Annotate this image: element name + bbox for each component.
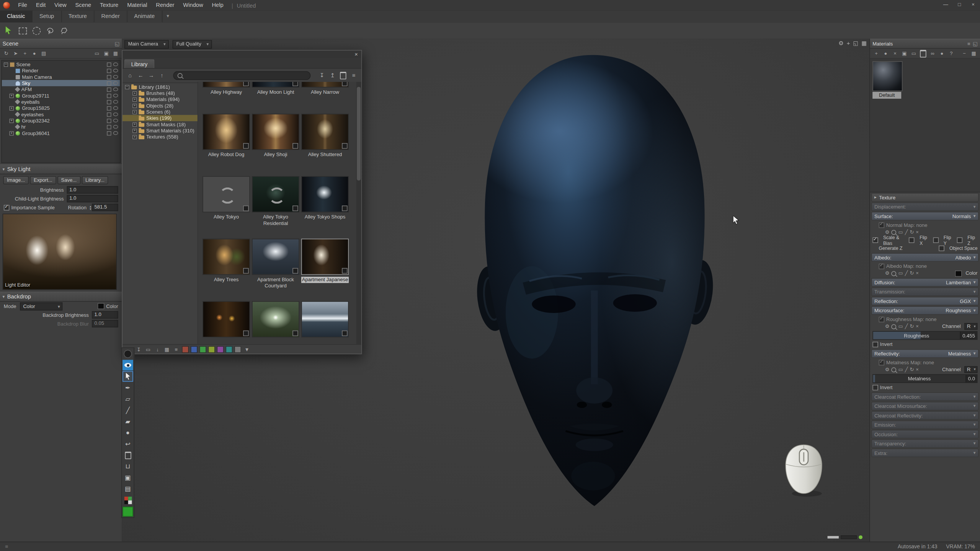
folder-expander[interactable]: + bbox=[132, 122, 137, 126]
export-button[interactable]: Export... bbox=[30, 176, 56, 184]
sky-thumb[interactable] bbox=[252, 301, 299, 345]
eye-icon[interactable] bbox=[113, 75, 118, 79]
reflection-section-header[interactable]: Reflection: GGX ▾ bbox=[871, 297, 979, 306]
roughness-slider[interactable]: Roughness 0.455 bbox=[872, 331, 977, 340]
tag-swatch-blue[interactable] bbox=[191, 346, 198, 353]
layout-grid-icon[interactable]: ▦ bbox=[862, 40, 867, 46]
lock-icon[interactable] bbox=[107, 75, 111, 79]
mode-dropdown[interactable]: Color bbox=[20, 302, 62, 310]
grid-icon[interactable]: ▦ bbox=[112, 50, 119, 57]
invert-checkbox[interactable] bbox=[872, 342, 878, 347]
menu-material[interactable]: Material bbox=[123, 0, 152, 11]
tab-animate[interactable]: Animate bbox=[127, 11, 162, 23]
material-item-default[interactable]: Default bbox=[872, 61, 901, 99]
backdrop-color-swatch[interactable] bbox=[97, 303, 104, 309]
invert-checkbox[interactable] bbox=[872, 385, 878, 391]
thumb-checkbox[interactable] bbox=[243, 205, 249, 211]
edit-icon[interactable]: ╱ bbox=[905, 324, 908, 329]
folder-expander[interactable]: + bbox=[132, 91, 137, 95]
reflectivity-section-header[interactable]: Reflectivity: Metalness ▾ bbox=[871, 349, 979, 358]
lock-icon[interactable] bbox=[107, 131, 111, 135]
lock-icon[interactable] bbox=[107, 112, 111, 117]
image-button[interactable]: Image... bbox=[3, 176, 29, 184]
thumb-checkbox[interactable] bbox=[342, 331, 348, 336]
albedo-map-checkbox[interactable] bbox=[879, 263, 885, 269]
folder-icon[interactable]: ▭ bbox=[910, 50, 918, 57]
gear-icon[interactable]: ⚙ bbox=[885, 271, 890, 276]
library-button[interactable]: Library... bbox=[82, 176, 108, 184]
tab-texture[interactable]: Texture bbox=[62, 11, 95, 23]
diffusion-section-header[interactable]: Diffusion: Lambertian ▾ bbox=[871, 278, 979, 287]
menu-scene[interactable]: Scene bbox=[71, 0, 96, 11]
clearcoat-reflection-header[interactable]: Clearcoat Reflection: ▾ bbox=[871, 392, 979, 401]
cube-icon[interactable]: ▣ bbox=[103, 50, 110, 57]
pin-layout-icon[interactable]: + bbox=[847, 40, 850, 46]
thumb-checkbox[interactable] bbox=[342, 268, 348, 274]
library-tab[interactable]: Library bbox=[124, 59, 154, 68]
undo-curve-tool-icon[interactable]: ↩ bbox=[122, 439, 133, 449]
metalness-value[interactable]: 0.0 bbox=[965, 375, 977, 383]
tag-tool-icon[interactable]: ▱ bbox=[122, 394, 133, 404]
menu-window[interactable]: Window bbox=[179, 0, 207, 11]
folder-expander[interactable]: + bbox=[132, 110, 137, 114]
edit-icon[interactable]: ╱ bbox=[905, 229, 908, 235]
forward-icon[interactable]: → bbox=[147, 71, 156, 80]
tree-item-hr[interactable]: hr bbox=[2, 124, 120, 130]
edit-icon[interactable]: ╱ bbox=[905, 367, 908, 372]
microsurface-section-header[interactable]: Microsurface: Roughness ▾ bbox=[871, 306, 979, 315]
thumb-size-icon[interactable]: ▦ bbox=[970, 50, 978, 57]
albedo-section-header[interactable]: Albedo: Albedo ▾ bbox=[871, 253, 979, 262]
camera-tool-icon[interactable]: ▣ bbox=[122, 472, 133, 483]
thumb-checkbox[interactable] bbox=[243, 143, 249, 149]
close-button[interactable]: × bbox=[966, 0, 980, 11]
download-icon[interactable]: ↓ bbox=[154, 346, 162, 353]
reload-icon[interactable]: ↻ bbox=[910, 271, 914, 276]
folder-materials[interactable]: + Materials (694) bbox=[122, 96, 198, 102]
lock-icon[interactable] bbox=[107, 94, 111, 98]
grid-view-icon[interactable]: ▦ bbox=[163, 346, 171, 353]
scale-bias-checkbox[interactable] bbox=[872, 237, 878, 243]
bucket-tool-icon[interactable]: ⊔ bbox=[122, 461, 133, 472]
child-brightness-field[interactable]: 1.0 bbox=[67, 195, 118, 202]
polygon-lasso-icon[interactable] bbox=[59, 26, 69, 36]
tree-item-render[interactable]: Render bbox=[2, 67, 120, 73]
delete-material-icon[interactable]: × bbox=[891, 50, 899, 57]
thumb-checkbox[interactable] bbox=[292, 143, 298, 149]
thumb-checkbox[interactable] bbox=[342, 205, 348, 211]
menu-file[interactable]: File bbox=[14, 0, 32, 11]
list-view-icon[interactable]: ≡ bbox=[173, 346, 180, 353]
delete-tool-icon[interactable] bbox=[122, 450, 133, 461]
flip-x-checkbox[interactable] bbox=[909, 237, 915, 243]
displacement-section-header[interactable]: Displacement: ▾ bbox=[871, 202, 979, 211]
tag-swatch-purple[interactable] bbox=[217, 346, 224, 353]
maximize-button[interactable]: □ bbox=[952, 0, 966, 11]
reload-icon[interactable]: ↻ bbox=[910, 324, 914, 329]
popout-icon[interactable]: ◱ bbox=[853, 40, 859, 46]
transparency-header[interactable]: Transparency: ▾ bbox=[871, 439, 979, 448]
line-tool-icon[interactable]: ╱ bbox=[122, 405, 133, 416]
lock-icon[interactable] bbox=[107, 100, 111, 104]
tab-render[interactable]: Render bbox=[95, 11, 127, 23]
thumb-checkbox[interactable] bbox=[243, 331, 249, 336]
sky-thumb[interactable]: Alley Shuttered bbox=[301, 114, 349, 164]
library-scrollbar[interactable] bbox=[356, 82, 361, 345]
lock-icon[interactable] bbox=[107, 69, 111, 73]
camera-select[interactable]: Main Camera bbox=[124, 40, 169, 49]
library-search-input[interactable] bbox=[173, 71, 310, 80]
tree-item-sky[interactable]: Sky bbox=[2, 80, 120, 86]
lock-icon[interactable] bbox=[107, 125, 111, 129]
normal-map-checkbox[interactable] bbox=[879, 222, 885, 228]
edit-icon[interactable]: ╱ bbox=[905, 271, 908, 276]
thumb-checkbox[interactable] bbox=[342, 82, 348, 86]
thumb-checkbox[interactable] bbox=[342, 143, 348, 149]
menu-render[interactable]: Render bbox=[152, 0, 179, 11]
thumb-checkbox[interactable] bbox=[292, 82, 298, 86]
clear-icon[interactable]: × bbox=[916, 229, 919, 235]
trash-icon[interactable] bbox=[920, 50, 927, 57]
viewport-progress-bar[interactable] bbox=[828, 535, 862, 539]
folder-expander[interactable]: + bbox=[132, 97, 137, 101]
color-swatches[interactable] bbox=[122, 495, 133, 505]
folder-smart-materials[interactable]: + Smart Materials (310) bbox=[122, 127, 198, 134]
menu-texture[interactable]: Texture bbox=[96, 0, 123, 11]
tree-item-eyelashes[interactable]: eyelashes bbox=[2, 111, 120, 117]
